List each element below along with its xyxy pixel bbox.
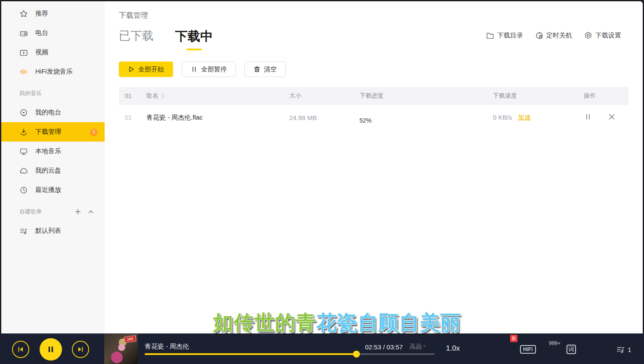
sidebar-item-label: 最近播放 [35,186,61,194]
quality-label: 高品 [410,343,422,351]
section-label: 自建歌单 [19,208,42,216]
comment-count: 999+ [549,340,560,346]
settings-gear-icon [584,31,592,40]
new-feature-badge: 新 [510,335,517,342]
sidebar-item-default-playlist[interactable]: 默认列表 [1,221,105,241]
trash-icon [254,66,260,73]
album-art[interactable]: JAY [104,334,138,364]
play-queue-button[interactable]: 1 [616,345,631,354]
start-all-button[interactable]: 全部开始 [119,62,173,77]
seek-bar-fill [145,353,356,355]
cancel-download-icon[interactable] [607,113,616,121]
table-header: 01 歌名 大小 下载进度 下载速度 操作 [119,87,629,105]
app-frame: 推荐 电台 视频 HiFi发烧音乐 我的音乐 我的电台 [1,1,643,333]
accelerate-link[interactable]: 加速 [518,114,531,121]
seek-bar[interactable] [145,353,435,355]
row-speed: 0 KB/s 加速 [493,114,531,122]
cloud-icon [19,167,28,175]
sidebar-item-download-manager[interactable]: 下载管理 1 [1,122,105,142]
playlist-icon [19,227,28,235]
sidebar-item-label: 推荐 [35,9,48,18]
pause-all-button[interactable]: 全部暂停 [182,62,236,77]
now-playing-title: 青花瓷 - 周杰伦 [145,342,189,351]
time-display: 02:53 / 03:57 高品 ^ [365,343,426,351]
utility-label: 定时关机 [546,31,572,40]
soundwave-icon [19,68,28,76]
collapse-chevron-icon[interactable] [87,208,94,215]
column-header-speed: 下载速度 [493,92,517,100]
video-icon [19,48,28,57]
sidebar-item-label: 下载管理 [35,128,61,136]
my-radio-icon [19,108,28,117]
sidebar-item-recommend[interactable]: 推荐 [1,4,105,23]
quality-selector[interactable]: 高品 ^ [410,343,426,351]
play-outline-icon [128,66,135,73]
sidebar-item-my-radio[interactable]: 我的电台 [1,103,105,122]
column-header-size: 大小 [289,92,301,100]
pause-download-icon[interactable] [584,113,592,121]
section-label: 我的音乐 [19,89,42,97]
clear-button[interactable]: 清空 [245,62,286,77]
playback-speed-button[interactable]: 1.0x [446,344,460,353]
row-file-size: 24.98 MB [289,114,317,121]
button-label: 全部暂停 [201,65,227,74]
radio-icon [19,29,28,37]
sidebar-item-label: 视频 [35,48,48,56]
shutdown-timer-icon [535,31,543,40]
sidebar-item-recent-play[interactable]: 最近播放 [1,180,105,200]
row-actions [584,113,616,123]
download-settings-button[interactable]: 下载设置 [584,31,621,40]
tab-downloading[interactable]: 下载中 [175,28,213,45]
sidebar-section-my-music: 我的音乐 [1,84,105,103]
monitor-icon [19,147,28,156]
sidebar-item-cloud-drive[interactable]: 我的云盘 [1,161,105,180]
table-row[interactable]: 01 青花瓷 - 周杰伦.flac 24.98 MB 52% 0 KB/s 加速 [119,105,629,130]
sort-icon [161,93,165,99]
download-tabs: 已下载 下载中 [119,28,213,45]
app-window: 推荐 电台 视频 HiFi发烧音乐 我的音乐 我的电台 [0,0,644,364]
utility-label: 下载目录 [497,31,523,40]
sidebar-item-label: 本地音乐 [35,147,61,155]
row-index: 01 [125,114,142,121]
sidebar-item-video[interactable]: 视频 [1,43,105,62]
sidebar-item-hifi[interactable]: HiFi发烧音乐 [1,62,105,81]
column-header-progress: 下载进度 [359,92,384,100]
utility-label: 下载设置 [595,31,621,40]
next-track-button[interactable] [72,341,89,358]
star-icon [19,9,28,18]
caret-up-icon: ^ [424,344,426,349]
download-toolbar: 全部开始 全部暂停 清空 [119,62,286,77]
row-song-name: 青花瓷 - 周杰伦.flac [146,114,203,122]
previous-track-button[interactable] [12,341,29,358]
clock-icon [19,186,28,194]
album-jay-tag: JAY [124,335,136,343]
download-count-badge: 1 [90,128,98,136]
tab-downloaded[interactable]: 已下载 [119,28,154,45]
column-header-name[interactable]: 歌名 [146,92,165,100]
folder-icon [486,31,494,40]
sidebar-item-label: HiFi发烧音乐 [35,68,73,76]
time-text: 02:53 / 03:57 [365,343,403,351]
page-title: 下载管理 [119,10,148,20]
lyrics-toggle-button[interactable]: 词 [567,345,576,354]
button-label: 全部开始 [138,65,164,74]
pause-icon [191,66,198,73]
download-directory-button[interactable]: 下载目录 [486,31,523,40]
sidebar-item-label: 我的电台 [35,108,61,117]
sidebar: 推荐 电台 视频 HiFi发烧音乐 我的音乐 我的电台 [1,1,105,333]
timed-shutdown-button[interactable]: 定时关机 [535,31,572,40]
sidebar-item-radio[interactable]: 电台 [1,23,105,43]
sidebar-section-playlists: 自建歌单 [1,202,105,221]
main-content: 下载管理 已下载 下载中 下载目录 定时关机 下载设置 [105,1,643,333]
column-header-action: 操作 [584,92,596,100]
sidebar-item-local-music[interactable]: 本地音乐 [1,142,105,161]
pause-playback-button[interactable] [40,338,62,361]
player-bar: JAY 青花瓷 - 周杰伦 02:53 / 03:57 高品 ^ 1.0x 新 … [0,333,644,364]
sidebar-item-label: 电台 [35,29,48,37]
download-icon [19,128,28,136]
hifi-quality-button[interactable]: HiFi [520,345,536,354]
seek-knob[interactable] [353,351,360,358]
queue-count: 1 [628,346,631,353]
add-playlist-icon[interactable] [74,208,81,215]
button-label: 清空 [264,65,277,74]
